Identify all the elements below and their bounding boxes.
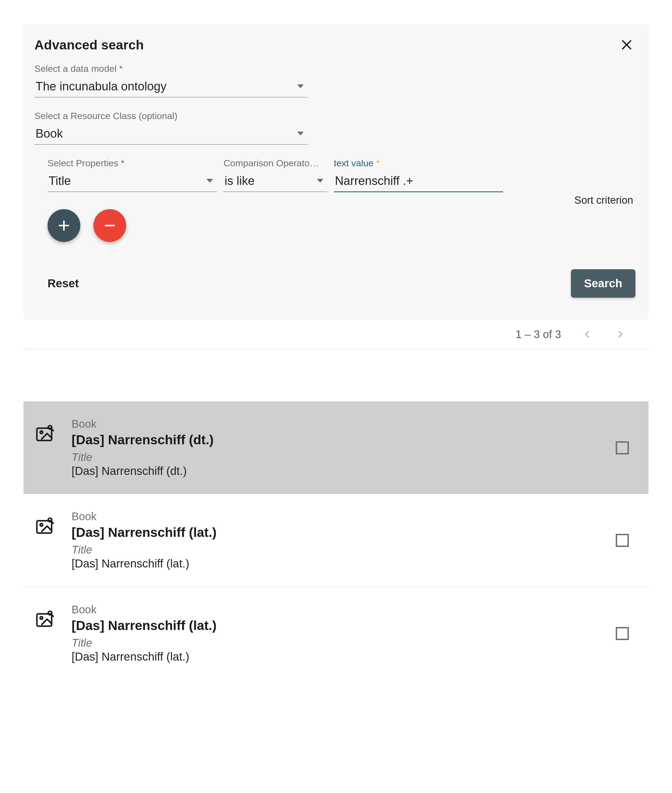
result-body: Book [Das] Narrenschiff (dt.) Title [Das… bbox=[72, 418, 616, 478]
svg-rect-13 bbox=[37, 614, 52, 626]
add-filter-button[interactable] bbox=[48, 209, 80, 242]
operator-select[interactable]: is like bbox=[224, 171, 327, 192]
resource-class-label: Select a Resource Class (optional) bbox=[34, 110, 638, 121]
plus-icon bbox=[58, 219, 70, 232]
search-button[interactable]: Search bbox=[571, 269, 635, 297]
resource-class-value: Book bbox=[35, 127, 63, 141]
result-row[interactable]: Book [Das] Narrenschiff (lat.) Title [Da… bbox=[24, 494, 648, 587]
data-model-select[interactable]: The incunabula ontology bbox=[34, 77, 307, 98]
property-select[interactable]: Title bbox=[48, 171, 217, 192]
result-type: Book bbox=[72, 603, 616, 616]
result-checkbox[interactable] bbox=[616, 441, 629, 454]
data-model-value: The incunabula ontology bbox=[35, 80, 166, 93]
result-prop-label: Title bbox=[72, 544, 616, 556]
sort-criterion-label[interactable]: Sort criterion bbox=[574, 194, 633, 206]
image-search-icon bbox=[34, 423, 54, 443]
pager-next-button[interactable] bbox=[614, 328, 627, 341]
result-checkbox[interactable] bbox=[616, 627, 629, 640]
pager-prev-button[interactable] bbox=[581, 328, 594, 341]
result-body: Book [Das] Narrenschiff (lat.) Title [Da… bbox=[72, 510, 616, 570]
result-prop-label: Title bbox=[72, 451, 616, 464]
result-prop-value: [Das] Narrenschiff (lat.) bbox=[72, 557, 616, 570]
chevron-down-icon bbox=[206, 179, 213, 183]
image-search-icon bbox=[34, 609, 54, 628]
chevron-right-icon bbox=[616, 330, 624, 338]
advanced-search-panel: Advanced search Select a data model * Th… bbox=[24, 24, 648, 350]
svg-point-10 bbox=[40, 523, 43, 526]
result-prop-value: [Das] Narrenschiff (lat.) bbox=[72, 650, 616, 663]
data-model-label: Select a data model * bbox=[34, 63, 638, 74]
result-prop-label: Title bbox=[72, 637, 616, 649]
svg-rect-9 bbox=[37, 521, 52, 533]
result-title: [Das] Narrenschiff (lat.) bbox=[72, 525, 616, 540]
panel-title: Advanced search bbox=[34, 37, 144, 53]
result-title: [Das] Narrenschiff (dt.) bbox=[72, 432, 616, 447]
svg-rect-5 bbox=[37, 428, 52, 440]
pager-range: 1 – 3 of 3 bbox=[515, 328, 561, 341]
reset-button[interactable]: Reset bbox=[48, 277, 79, 290]
chevron-left-icon bbox=[583, 330, 591, 338]
chevron-down-icon bbox=[297, 132, 304, 136]
text-value-label: text value * bbox=[334, 158, 503, 168]
result-body: Book [Das] Narrenschiff (lat.) Title [Da… bbox=[72, 603, 616, 663]
text-value-input-wrapper[interactable] bbox=[334, 171, 503, 192]
property-label: Select Properties * bbox=[48, 158, 217, 168]
property-value: Title bbox=[49, 174, 71, 188]
svg-point-14 bbox=[40, 617, 43, 619]
result-prop-value: [Das] Narrenschiff (dt.) bbox=[72, 465, 616, 478]
result-row[interactable]: Book [Das] Narrenschiff (dt.) Title [Das… bbox=[24, 401, 648, 494]
minus-icon bbox=[103, 219, 116, 232]
operator-value: is like bbox=[224, 174, 254, 188]
result-type: Book bbox=[72, 418, 616, 430]
resource-class-select[interactable]: Book bbox=[34, 124, 307, 145]
close-icon bbox=[621, 39, 633, 51]
chevron-down-icon bbox=[297, 85, 304, 88]
chevron-down-icon bbox=[317, 179, 323, 183]
result-row[interactable]: Book [Das] Narrenschiff (lat.) Title [Da… bbox=[24, 587, 648, 679]
result-type: Book bbox=[72, 510, 616, 523]
results-list: Book [Das] Narrenschiff (dt.) Title [Das… bbox=[24, 401, 648, 679]
remove-filter-button[interactable] bbox=[93, 209, 126, 242]
svg-point-6 bbox=[40, 431, 43, 434]
result-title: [Das] Narrenschiff (lat.) bbox=[72, 618, 616, 633]
image-search-icon bbox=[34, 516, 54, 536]
result-checkbox[interactable] bbox=[616, 534, 629, 547]
pager: 1 – 3 of 3 bbox=[24, 320, 648, 350]
operator-label: Comparison Operato… bbox=[224, 158, 327, 168]
close-button[interactable] bbox=[619, 37, 634, 53]
text-value-input[interactable] bbox=[335, 174, 501, 188]
